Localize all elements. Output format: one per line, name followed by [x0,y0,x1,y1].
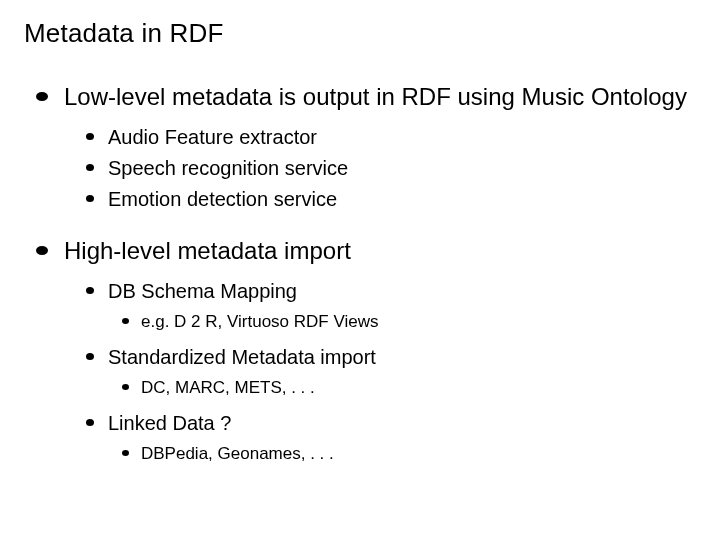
slide-title: Metadata in RDF [24,18,696,49]
disc-bullet-icon [86,164,94,171]
bullet-level3: DC, MARC, METS, . . . [122,377,696,400]
bullet-level3: e.g. D 2 R, Virtuoso RDF Views [122,311,696,334]
bullet-level2: Emotion detection service [86,186,696,213]
bullet-level3: DBPedia, Geonames, . . . [122,443,696,466]
level3-text: DBPedia, Geonames, . . . [141,443,334,466]
disc-bullet-icon [122,384,129,390]
disc-bullet-icon [86,419,94,426]
disc-bullet-icon [122,450,129,456]
level2-text: Linked Data ? [108,410,231,437]
disc-bullet-icon [36,246,48,255]
bullet-level2: Standardized Metadata import [86,344,696,371]
disc-bullet-icon [122,318,129,324]
bullet-level1: High-level metadata import [24,235,696,266]
level1-text: High-level metadata import [64,235,351,266]
level1-text: Low-level metadata is output in RDF usin… [64,81,687,112]
bullet-level1: Low-level metadata is output in RDF usin… [24,81,696,112]
bullet-level2: DB Schema Mapping [86,278,696,305]
level2-text: DB Schema Mapping [108,278,297,305]
level3-text: DC, MARC, METS, . . . [141,377,315,400]
bullet-level2: Speech recognition service [86,155,696,182]
level3-text: e.g. D 2 R, Virtuoso RDF Views [141,311,378,334]
bullet-level2: Audio Feature extractor [86,124,696,151]
level2-text: Speech recognition service [108,155,348,182]
disc-bullet-icon [86,287,94,294]
bullet-level2: Linked Data ? [86,410,696,437]
level2-text: Standardized Metadata import [108,344,376,371]
level2-text: Audio Feature extractor [108,124,317,151]
level2-text: Emotion detection service [108,186,337,213]
disc-bullet-icon [86,353,94,360]
disc-bullet-icon [86,133,94,140]
disc-bullet-icon [86,195,94,202]
disc-bullet-icon [36,92,48,101]
